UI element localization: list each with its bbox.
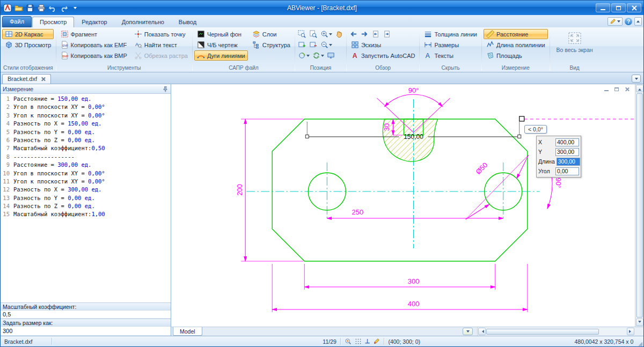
style-pencil-button[interactable] bbox=[608, 17, 623, 26]
scroll-down-icon[interactable] bbox=[636, 319, 643, 326]
coord-angle-input[interactable] bbox=[555, 167, 579, 175]
black-background-button[interactable]: Черный фон bbox=[194, 29, 248, 39]
tab-file[interactable]: Файл bbox=[2, 16, 32, 27]
copy-as-bmp-button[interactable]: BMPКопировать как BMP bbox=[58, 50, 130, 61]
line-thickness-button[interactable]: Толщина линии bbox=[421, 29, 480, 39]
tab-output[interactable]: Вывод bbox=[172, 17, 203, 27]
save-icon[interactable] bbox=[25, 3, 35, 13]
launch-autocad-button[interactable]: AЗапустить AutoCAD bbox=[348, 50, 418, 61]
ortho-mode-icon[interactable]: ⊥ bbox=[365, 338, 370, 345]
help-button[interactable]: ? bbox=[625, 18, 632, 25]
fragment-button[interactable]: Фрагмент bbox=[58, 29, 130, 39]
bw-drawing-button[interactable]: Ч/Б чертеж bbox=[194, 40, 248, 50]
last-sheet-button[interactable] bbox=[382, 29, 393, 39]
scroll-right-icon[interactable] bbox=[627, 328, 634, 335]
full-extents-button[interactable] bbox=[326, 50, 336, 61]
texts-button[interactable]: AТексты bbox=[421, 50, 480, 61]
vertical-scrollbar[interactable] bbox=[635, 84, 643, 327]
redo-icon[interactable] bbox=[59, 3, 69, 13]
back-button[interactable] bbox=[348, 29, 359, 39]
area-button[interactable]: Площадь bbox=[484, 50, 548, 61]
close-button[interactable] bbox=[627, 3, 641, 12]
tab-view[interactable]: Просмотр bbox=[32, 17, 74, 27]
autocad-icon: A bbox=[351, 51, 359, 60]
zoom-object-button[interactable] bbox=[308, 29, 319, 39]
coord-y-label: Y bbox=[538, 149, 554, 155]
distance-button[interactable]: Расстояние bbox=[484, 29, 548, 39]
document-minimize-button[interactable] bbox=[603, 86, 610, 92]
document-tab-strip: Bracket.dxf bbox=[1, 72, 643, 84]
refresh-view-button[interactable] bbox=[311, 50, 325, 61]
minimize-button[interactable] bbox=[596, 3, 610, 12]
scroll-up-icon[interactable] bbox=[636, 85, 643, 92]
set-size-input[interactable] bbox=[1, 327, 171, 336]
document-restore-button[interactable] bbox=[613, 86, 620, 92]
find-text-button[interactable]: AНайти текст bbox=[131, 40, 191, 50]
coord-x-input[interactable] bbox=[555, 138, 579, 146]
dim-250: 250 bbox=[352, 208, 364, 216]
last-sheet-icon bbox=[383, 30, 391, 38]
vertical-scroll-thumb[interactable] bbox=[636, 93, 643, 318]
copy-as-emf-button[interactable]: EMFКопировать как EMF bbox=[58, 40, 130, 50]
zoom-indicator-icon[interactable] bbox=[345, 338, 352, 345]
cad-drawing[interactable]: 200 300 400 250 30 bbox=[171, 84, 635, 327]
2d-wireframe-button[interactable]: 2D Каркас bbox=[2, 29, 54, 39]
zoom-in-button[interactable] bbox=[319, 29, 333, 39]
3d-view-button[interactable]: 3D Просмотр bbox=[2, 40, 54, 50]
copy-emf-icon: EMF bbox=[61, 41, 69, 49]
collapse-ribbon-button[interactable] bbox=[634, 17, 642, 26]
group-tools: Фрагмент EMFКопировать как EMF BMPКопиро… bbox=[57, 28, 192, 72]
undo-icon[interactable] bbox=[48, 3, 57, 13]
horizontal-scrollbar[interactable] bbox=[477, 327, 635, 336]
tab-editor[interactable]: Редактор bbox=[75, 17, 114, 27]
forward-button[interactable] bbox=[360, 29, 370, 39]
maximize-button[interactable] bbox=[611, 3, 626, 12]
pin-icon[interactable] bbox=[162, 86, 169, 92]
thumbnails-icon bbox=[351, 41, 359, 49]
document-close-button[interactable] bbox=[623, 86, 631, 92]
horizontal-scroll-thumb[interactable] bbox=[486, 329, 599, 335]
scroll-left-icon[interactable] bbox=[478, 328, 486, 335]
measurement-log[interactable]: 1Расстояние = 150,00 ед. 2Угол в плоскос… bbox=[1, 94, 171, 302]
fullscreen-button[interactable]: Во весь экран bbox=[552, 29, 598, 53]
tab-model[interactable]: Model bbox=[173, 327, 202, 336]
panel-collapse-button[interactable] bbox=[632, 75, 641, 83]
coord-length-input[interactable] bbox=[557, 158, 580, 166]
structure-button[interactable]: Структура bbox=[250, 40, 293, 50]
quick-access-caret-icon[interactable] bbox=[70, 3, 80, 13]
drawing-canvas[interactable]: 200 300 400 250 30 bbox=[171, 84, 635, 327]
print-icon[interactable] bbox=[36, 3, 46, 13]
select-frame-button[interactable] bbox=[297, 40, 308, 50]
polyline-length-button[interactable]: Длина полилинии bbox=[484, 40, 548, 50]
show-point-button[interactable]: Показать точку bbox=[131, 29, 191, 39]
list-item: 9Расстояние = 300,00 ед. bbox=[1, 161, 171, 169]
crop-raster-icon bbox=[134, 51, 142, 60]
deselect-frame-button[interactable] bbox=[308, 40, 319, 50]
resize-grip-icon[interactable]: ◢ bbox=[638, 341, 642, 346]
crop-raster-button: Обрезка растра bbox=[131, 50, 191, 61]
button-label: Эскизы bbox=[361, 42, 381, 48]
open-file-icon[interactable] bbox=[14, 3, 24, 13]
grid-snap-icon[interactable] bbox=[355, 338, 362, 345]
dimensions-button[interactable]: Размеры bbox=[421, 40, 480, 50]
zoom-window-button[interactable] bbox=[297, 29, 308, 39]
edit-pencil-icon[interactable] bbox=[373, 338, 380, 345]
scroll-options-button[interactable] bbox=[463, 328, 473, 335]
dropdown-caret-icon bbox=[329, 33, 332, 37]
group-divider bbox=[192, 29, 193, 71]
pan-button[interactable] bbox=[334, 29, 345, 39]
previous-view-button[interactable] bbox=[297, 50, 311, 61]
zoom-out-button[interactable] bbox=[319, 40, 333, 50]
list-item: 4Разность по X = 150,00 ед. bbox=[1, 120, 171, 128]
layers-button[interactable]: Слои bbox=[250, 29, 293, 39]
tab-advanced[interactable]: Дополнительно bbox=[115, 17, 171, 27]
first-sheet-button[interactable] bbox=[371, 29, 382, 39]
arcs-as-lines-button[interactable]: Дуги линиями bbox=[194, 50, 248, 61]
scale-factor-input[interactable] bbox=[1, 311, 171, 319]
sketches-button[interactable]: Эскизы bbox=[348, 40, 418, 50]
coord-y-input[interactable] bbox=[555, 148, 579, 156]
document-tab-bracket[interactable]: Bracket.dxf bbox=[2, 74, 51, 84]
group-divider bbox=[295, 29, 295, 71]
button-label: Во весь экран bbox=[556, 47, 592, 53]
close-tab-icon[interactable] bbox=[41, 77, 46, 82]
